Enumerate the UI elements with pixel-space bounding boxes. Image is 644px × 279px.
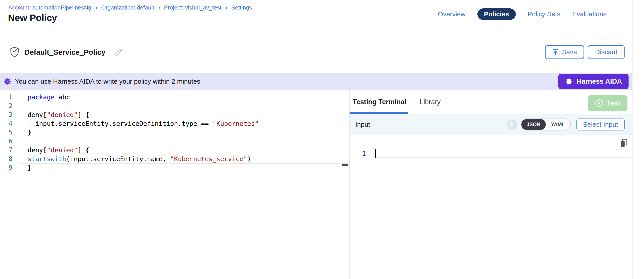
code-line: 3deny["denied"] {	[0, 110, 349, 119]
aida-button-label: Harness AIDA	[576, 78, 622, 86]
code-line: 2	[0, 102, 349, 110]
save-label: Save	[562, 48, 577, 56]
play-icon	[595, 99, 604, 107]
line-number: 5	[0, 128, 20, 137]
breadcrumb-item[interactable]: Account: automationPipelinesNg	[8, 4, 91, 11]
aida-banner: You can use Harness AIDA to write your p…	[0, 73, 632, 90]
line-number: 8	[0, 154, 20, 163]
toggle-json[interactable]: JSON	[521, 119, 546, 130]
toggle-yaml[interactable]: YAML	[546, 119, 570, 130]
shield-check-icon	[10, 46, 20, 58]
format-toggle: JSON YAML	[521, 118, 571, 130]
new-policy-page: Account: automationPipelinesNg›Organizat…	[0, 0, 644, 279]
header: Account: automationPipelinesNg›Organizat…	[0, 0, 632, 31]
discard-button[interactable]: Discard	[588, 45, 624, 59]
input-editor[interactable]: 1	[350, 135, 632, 279]
page-title: New Policy	[8, 12, 57, 23]
line-number: 9	[0, 163, 20, 172]
line-content: input.serviceEntity.serviceDefinition.ty…	[20, 119, 259, 128]
nav-tab-evaluations[interactable]: Evaluations	[572, 10, 606, 18]
policy-title-bar: Default_Service_Policy Save Discard	[0, 31, 632, 73]
line-content: startswith(input.serviceEntity.name, "Ku…	[20, 154, 251, 163]
nav-tab-overview[interactable]: Overview	[438, 10, 466, 18]
input-controls: JSON YAML Select Input	[507, 118, 624, 130]
test-button[interactable]: Test	[588, 95, 628, 111]
nav-tab-policies[interactable]: Policies	[477, 8, 516, 20]
save-button[interactable]: Save	[545, 45, 584, 59]
edit-name-button[interactable]	[113, 47, 123, 57]
nav-tab-policy-sets[interactable]: Policy Sets	[528, 10, 560, 18]
select-input-button[interactable]: Select Input	[576, 118, 624, 130]
title-actions: Save Discard	[545, 45, 624, 59]
tab-testing-terminal[interactable]: Testing Terminal	[353, 98, 406, 106]
code-line: 7deny["denied"] {	[0, 146, 349, 154]
tab-library[interactable]: Library	[420, 98, 440, 106]
line-content	[20, 137, 28, 146]
input-header-row: Input JSON YAML Select Inpu	[350, 114, 632, 135]
code-line: 1package abc	[0, 93, 349, 102]
code-line: 6	[0, 137, 349, 146]
content: 1package abc23deny["denied"] {4 input.se…	[0, 90, 632, 279]
pencil-icon	[113, 47, 123, 57]
page-right-border	[632, 0, 632, 279]
git-branch-icon[interactable]	[507, 120, 517, 130]
breadcrumb-item[interactable]: Settings	[231, 4, 252, 11]
terminal-tabs: Testing Terminal Library Test	[350, 90, 632, 114]
line-number: 4	[0, 119, 20, 128]
code-line: 4 input.serviceEntity.serviceDefinition.…	[0, 119, 349, 128]
breadcrumb-item[interactable]: Organization: default	[101, 4, 154, 11]
breadcrumb-separator-icon: ›	[95, 4, 97, 11]
code-editor-lines: 1package abc23deny["denied"] {4 input.se…	[0, 93, 349, 172]
input-line-number: 1	[350, 149, 375, 158]
input-current-line-highlight	[375, 149, 630, 158]
discard-label: Discard	[595, 48, 618, 56]
line-number: 2	[0, 102, 20, 110]
text-cursor	[375, 149, 376, 158]
breadcrumb-separator-icon: ›	[225, 4, 227, 11]
breadcrumb-separator-icon: ›	[158, 4, 160, 11]
code-line: 8startswith(input.serviceEntity.name, "K…	[0, 154, 349, 163]
aida-flower-icon	[3, 77, 12, 86]
overview-ruler-cursor-marker	[342, 164, 348, 166]
test-button-label: Test	[606, 99, 620, 107]
line-number: 1	[0, 93, 20, 102]
line-content	[20, 102, 28, 110]
nav-tabs: OverviewPoliciesPolicy SetsEvaluations	[438, 8, 606, 20]
policy-code-editor[interactable]: 1package abc23deny["denied"] {4 input.se…	[0, 90, 350, 279]
policy-name: Default_Service_Policy	[24, 48, 106, 56]
code-line: 5}	[0, 128, 349, 137]
aida-banner-text: You can use Harness AIDA to write your p…	[15, 78, 200, 85]
line-number: 3	[0, 110, 20, 119]
line-content: deny["denied"] {	[20, 110, 89, 119]
code-line: 9}	[0, 163, 349, 172]
line-content: package abc	[20, 93, 70, 102]
line-number: 6	[0, 137, 20, 146]
breadcrumb-item[interactable]: Project: vishal_av_test	[164, 4, 221, 11]
input-label: Input	[355, 121, 370, 128]
upload-icon	[552, 48, 559, 56]
line-number: 7	[0, 146, 20, 154]
copy-icon[interactable]	[620, 138, 628, 148]
breadcrumb: Account: automationPipelinesNg›Organizat…	[8, 4, 252, 11]
active-tab-underline	[350, 112, 408, 114]
line-content: deny["denied"] {	[20, 146, 89, 154]
testing-terminal-panel: Testing Terminal Library Test Input	[350, 90, 632, 279]
harness-aida-button[interactable]: Harness AIDA	[558, 74, 628, 89]
line-content: }	[20, 163, 31, 172]
line-content: }	[20, 128, 31, 137]
aida-flower-icon-white	[565, 78, 573, 86]
